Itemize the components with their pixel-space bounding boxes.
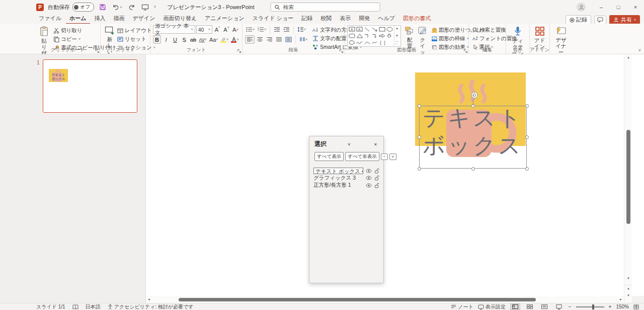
notes-button[interactable]: ノート	[451, 303, 473, 310]
hide-all-button[interactable]: すべて非表示	[345, 152, 379, 161]
scroll-down-icon[interactable]: ▼	[624, 277, 632, 280]
zoom-slider-thumb[interactable]	[592, 304, 594, 309]
slideshow-view-button[interactable]	[554, 303, 564, 310]
search-input[interactable]: 検索	[271, 3, 380, 12]
vertical-scrollbar[interactable]: ▲ ▼ ▲ ▼	[624, 54, 632, 303]
textbox-selection-outline[interactable]	[419, 106, 527, 169]
selection-pane-close-icon[interactable]: ×	[372, 142, 379, 147]
unlock-icon[interactable]	[374, 175, 379, 181]
tab-help[interactable]: ヘルプ	[374, 14, 398, 24]
slide-sorter-view-button[interactable]	[525, 303, 535, 310]
reading-view-button[interactable]	[539, 303, 549, 310]
tab-insert[interactable]: 挿入	[91, 14, 109, 24]
italic-button[interactable]: I	[162, 35, 170, 44]
strikethrough-button[interactable]: ab	[189, 35, 197, 44]
autosave-control[interactable]: 自動保存 オフ	[48, 3, 94, 12]
font-color-button[interactable]: A ˅	[230, 35, 239, 44]
next-slide-icon[interactable]: ▼	[624, 294, 632, 297]
scroll-left-icon[interactable]: ◄	[146, 298, 152, 301]
tab-view[interactable]: 表示	[336, 14, 354, 24]
zoom-in-button[interactable]: +	[609, 304, 612, 309]
align-center-button[interactable]	[256, 35, 264, 44]
show-all-button[interactable]: すべて表示	[314, 152, 344, 161]
text-shadow-button[interactable]: S	[180, 35, 188, 44]
fit-slide-button[interactable]	[633, 304, 639, 309]
shapes-gallery-scroll[interactable]: ▲ ▼ −	[394, 26, 399, 46]
slide-canvas[interactable]: テキスト ボックス 選択 ˅ × すべて表示 すべて非表示 ^ ˅	[146, 54, 644, 296]
visibility-eye-icon[interactable]	[366, 176, 372, 180]
tab-slideshow[interactable]: スライド ショー	[249, 14, 297, 24]
slide-indicator[interactable]: スライド 1/1	[36, 303, 65, 310]
language-indicator[interactable]: 日本語	[86, 303, 101, 310]
customize-qat-icon[interactable]: ˅	[154, 5, 156, 9]
collapse-ribbon-icon[interactable]: ˅	[638, 48, 641, 53]
character-spacing-button[interactable]: AV˅	[198, 35, 207, 44]
minimize-button[interactable]: –	[593, 0, 610, 14]
spellcheck-book-icon[interactable]	[72, 304, 78, 309]
move-up-button[interactable]: ^	[381, 153, 388, 160]
visibility-eye-icon[interactable]	[366, 183, 372, 188]
undo-dropdown-icon[interactable]: ˅	[120, 6, 122, 9]
vertical-scrollbar-thumb[interactable]	[626, 130, 630, 224]
slide-thumbnail[interactable]	[43, 59, 137, 113]
tab-design[interactable]: デザイン	[129, 14, 159, 24]
resize-handle-ne[interactable]	[525, 104, 529, 108]
tab-shape-format[interactable]: 図形の書式	[399, 14, 434, 24]
comments-button[interactable]	[594, 16, 606, 24]
tab-record[interactable]: 記録	[298, 14, 316, 24]
shapes-scroll-down-icon[interactable]: ▼	[395, 34, 398, 37]
clear-formatting-button[interactable]: A	[231, 25, 239, 34]
change-case-button[interactable]: Aa˅	[208, 35, 218, 44]
highlight-color-button[interactable]: ˅	[220, 35, 229, 44]
resize-handle-se[interactable]	[525, 167, 529, 171]
numbering-button[interactable]: 12˅	[257, 25, 267, 34]
selection-item-name[interactable]: 正方形/長方形 1	[313, 182, 363, 189]
clipboard-dialog-launcher-icon[interactable]	[95, 49, 100, 53]
shrink-font-button[interactable]: A˅	[222, 25, 230, 34]
copy-dropdown-icon[interactable]: ˅	[78, 37, 80, 41]
maximize-button[interactable]: □	[610, 0, 627, 14]
undo-button[interactable]: ˅	[111, 4, 123, 11]
close-button[interactable]: ×	[627, 0, 644, 14]
selection-item-graphic[interactable]: グラフィックス 3	[312, 175, 380, 182]
tab-file[interactable]: ファイル	[35, 14, 65, 24]
distribute-text-button[interactable]	[284, 35, 293, 44]
accessibility-status[interactable]: アクセシビリティ: 検討が必要です	[108, 303, 194, 310]
decrease-indent-button[interactable]	[273, 25, 281, 34]
resize-handle-w[interactable]	[418, 135, 421, 139]
bullets-button[interactable]: ˅	[245, 25, 256, 34]
paragraph-dialog-launcher-icon[interactable]	[339, 49, 344, 53]
line-spacing-button[interactable]: ˅	[296, 25, 307, 34]
autosave-toggle[interactable]: オフ	[72, 3, 94, 12]
tab-developer[interactable]: 開発	[355, 14, 373, 24]
previous-slide-icon[interactable]: ▲	[624, 285, 632, 290]
align-left-button[interactable]	[245, 35, 255, 44]
tab-animations[interactable]: アニメーション	[201, 14, 248, 24]
drawing-dialog-launcher-icon[interactable]	[463, 49, 468, 53]
rotation-handle-icon[interactable]	[471, 92, 478, 99]
underline-button[interactable]: U	[171, 35, 179, 44]
shapes-more-icon[interactable]: −	[395, 41, 398, 45]
designer-button[interactable]: デザ イナー	[552, 25, 570, 56]
horizontal-scrollbar-thumb[interactable]	[179, 298, 536, 301]
tab-review[interactable]: 校閲	[317, 14, 335, 24]
unlock-icon[interactable]	[374, 183, 379, 188]
redo-button[interactable]	[127, 4, 136, 11]
zoom-level[interactable]: 150%	[616, 304, 629, 309]
selection-pane-collapse-icon[interactable]: ˅	[345, 142, 353, 147]
resize-handle-nw[interactable]	[418, 104, 421, 108]
tab-draw[interactable]: 描画	[110, 14, 128, 24]
start-slideshow-button[interactable]	[140, 4, 150, 11]
shapes-scroll-up-icon[interactable]: ▲	[395, 27, 398, 30]
scroll-right-icon[interactable]: ►	[618, 298, 624, 301]
unlock-icon[interactable]	[374, 168, 379, 174]
bold-button[interactable]: B	[153, 35, 161, 44]
selection-item-name[interactable]: グラフィックス 3	[313, 175, 363, 182]
move-down-button[interactable]: ˅	[389, 153, 397, 160]
columns-button[interactable]: ˅	[298, 35, 308, 44]
align-right-button[interactable]	[265, 35, 274, 44]
visibility-eye-icon[interactable]	[366, 169, 372, 173]
resize-handle-e[interactable]	[525, 135, 529, 139]
selection-item-name[interactable]: テキスト ボックス 4	[313, 168, 363, 174]
horizontal-scrollbar[interactable]: ◄ ►	[146, 296, 624, 303]
